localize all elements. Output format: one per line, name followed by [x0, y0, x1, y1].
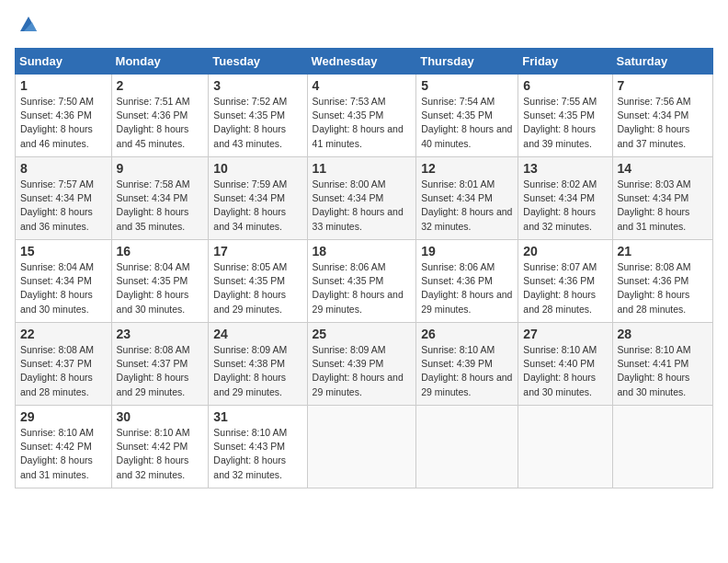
day-number: 18	[313, 244, 412, 259]
day-info: Sunrise: 8:02 AMSunset: 4:34 PMDaylight:…	[523, 178, 607, 234]
day-cell: 28 Sunrise: 8:10 AMSunset: 4:41 PMDaylig…	[612, 323, 712, 406]
day-info: Sunrise: 7:54 AMSunset: 4:35 PMDaylight:…	[421, 95, 513, 151]
day-cell: 11 Sunrise: 8:00 AMSunset: 4:34 PMDaylig…	[307, 157, 416, 240]
day-number: 11	[313, 161, 412, 176]
day-cell: 19 Sunrise: 8:06 AMSunset: 4:36 PMDaylig…	[416, 240, 518, 323]
header-cell-wednesday: Wednesday	[307, 49, 416, 75]
day-number: 2	[117, 78, 204, 93]
day-cell: 8 Sunrise: 7:57 AMSunset: 4:34 PMDayligh…	[16, 157, 112, 240]
day-cell: 15 Sunrise: 8:04 AMSunset: 4:34 PMDaylig…	[16, 240, 112, 323]
day-info: Sunrise: 8:10 AMSunset: 4:40 PMDaylight:…	[523, 343, 607, 399]
day-cell	[416, 406, 518, 488]
calendar-table: SundayMondayTuesdayWednesdayThursdayFrid…	[15, 48, 713, 488]
day-info: Sunrise: 8:10 AMSunset: 4:42 PMDaylight:…	[117, 426, 204, 482]
day-number: 16	[117, 244, 204, 259]
day-info: Sunrise: 7:57 AMSunset: 4:34 PMDaylight:…	[20, 178, 107, 234]
header-row: SundayMondayTuesdayWednesdayThursdayFrid…	[16, 49, 713, 75]
day-cell: 10 Sunrise: 7:59 AMSunset: 4:34 PMDaylig…	[209, 157, 307, 240]
day-number: 1	[20, 78, 107, 93]
day-number: 13	[523, 161, 607, 176]
week-row-1: 1 Sunrise: 7:50 AMSunset: 4:36 PMDayligh…	[16, 75, 713, 157]
day-info: Sunrise: 8:10 AMSunset: 4:41 PMDaylight:…	[618, 343, 708, 399]
day-info: Sunrise: 8:03 AMSunset: 4:34 PMDaylight:…	[618, 178, 708, 234]
day-number: 21	[618, 244, 708, 259]
day-number: 19	[421, 244, 513, 259]
day-number: 27	[523, 327, 607, 341]
day-info: Sunrise: 7:59 AMSunset: 4:34 PMDaylight:…	[213, 178, 301, 234]
day-cell: 26 Sunrise: 8:10 AMSunset: 4:39 PMDaylig…	[416, 323, 518, 406]
header-cell-thursday: Thursday	[416, 49, 518, 75]
day-info: Sunrise: 8:01 AMSunset: 4:34 PMDaylight:…	[421, 178, 513, 234]
day-cell: 1 Sunrise: 7:50 AMSunset: 4:36 PMDayligh…	[16, 75, 112, 157]
day-number: 9	[117, 161, 204, 176]
day-info: Sunrise: 8:09 AMSunset: 4:39 PMDaylight:…	[313, 343, 412, 399]
day-number: 10	[213, 161, 301, 176]
header-cell-friday: Friday	[518, 49, 612, 75]
day-cell: 16 Sunrise: 8:04 AMSunset: 4:35 PMDaylig…	[111, 240, 209, 323]
day-number: 22	[20, 327, 107, 341]
week-row-3: 15 Sunrise: 8:04 AMSunset: 4:34 PMDaylig…	[16, 240, 713, 323]
day-number: 28	[618, 327, 708, 341]
day-cell: 12 Sunrise: 8:01 AMSunset: 4:34 PMDaylig…	[416, 157, 518, 240]
day-info: Sunrise: 7:56 AMSunset: 4:34 PMDaylight:…	[618, 95, 708, 151]
day-cell: 21 Sunrise: 8:08 AMSunset: 4:36 PMDaylig…	[612, 240, 712, 323]
day-cell: 18 Sunrise: 8:06 AMSunset: 4:35 PMDaylig…	[307, 240, 416, 323]
week-row-5: 29 Sunrise: 8:10 AMSunset: 4:42 PMDaylig…	[16, 406, 713, 488]
day-cell: 22 Sunrise: 8:08 AMSunset: 4:37 PMDaylig…	[16, 323, 112, 406]
day-cell: 29 Sunrise: 8:10 AMSunset: 4:42 PMDaylig…	[16, 406, 112, 488]
day-cell	[518, 406, 612, 488]
week-row-2: 8 Sunrise: 7:57 AMSunset: 4:34 PMDayligh…	[16, 157, 713, 240]
header-cell-sunday: Sunday	[16, 49, 112, 75]
day-info: Sunrise: 8:04 AMSunset: 4:35 PMDaylight:…	[117, 260, 204, 316]
day-info: Sunrise: 8:08 AMSunset: 4:37 PMDaylight:…	[117, 343, 204, 399]
day-info: Sunrise: 8:06 AMSunset: 4:36 PMDaylight:…	[421, 260, 513, 316]
day-info: Sunrise: 7:51 AMSunset: 4:36 PMDaylight:…	[117, 95, 204, 151]
day-cell: 2 Sunrise: 7:51 AMSunset: 4:36 PMDayligh…	[111, 75, 209, 157]
day-cell: 17 Sunrise: 8:05 AMSunset: 4:35 PMDaylig…	[209, 240, 307, 323]
day-info: Sunrise: 8:04 AMSunset: 4:34 PMDaylight:…	[20, 260, 107, 316]
day-cell: 6 Sunrise: 7:55 AMSunset: 4:35 PMDayligh…	[518, 75, 612, 157]
day-number: 29	[20, 409, 107, 424]
day-cell: 24 Sunrise: 8:09 AMSunset: 4:38 PMDaylig…	[209, 323, 307, 406]
day-cell: 27 Sunrise: 8:10 AMSunset: 4:40 PMDaylig…	[518, 323, 612, 406]
day-cell: 20 Sunrise: 8:07 AMSunset: 4:36 PMDaylig…	[518, 240, 612, 323]
day-cell: 23 Sunrise: 8:08 AMSunset: 4:37 PMDaylig…	[111, 323, 209, 406]
day-info: Sunrise: 8:09 AMSunset: 4:38 PMDaylight:…	[213, 343, 301, 399]
day-number: 15	[20, 244, 107, 259]
day-info: Sunrise: 8:06 AMSunset: 4:35 PMDaylight:…	[313, 260, 412, 316]
day-cell	[612, 406, 712, 488]
day-number: 20	[523, 244, 607, 259]
day-cell	[307, 406, 416, 488]
day-info: Sunrise: 8:10 AMSunset: 4:42 PMDaylight:…	[20, 426, 107, 482]
day-cell: 31 Sunrise: 8:10 AMSunset: 4:43 PMDaylig…	[209, 406, 307, 488]
day-number: 5	[421, 78, 513, 93]
day-info: Sunrise: 8:10 AMSunset: 4:39 PMDaylight:…	[421, 343, 513, 399]
day-number: 14	[618, 161, 708, 176]
day-number: 30	[117, 409, 204, 424]
day-cell: 5 Sunrise: 7:54 AMSunset: 4:35 PMDayligh…	[416, 75, 518, 157]
day-cell: 3 Sunrise: 7:52 AMSunset: 4:35 PMDayligh…	[209, 75, 307, 157]
day-info: Sunrise: 7:58 AMSunset: 4:34 PMDaylight:…	[117, 178, 204, 234]
header	[15, 15, 713, 39]
day-number: 24	[213, 327, 301, 341]
day-cell: 25 Sunrise: 8:09 AMSunset: 4:39 PMDaylig…	[307, 323, 416, 406]
day-number: 17	[213, 244, 301, 259]
day-info: Sunrise: 8:08 AMSunset: 4:37 PMDaylight:…	[20, 343, 107, 399]
day-cell: 13 Sunrise: 8:02 AMSunset: 4:34 PMDaylig…	[518, 157, 612, 240]
logo	[15, 15, 39, 39]
day-info: Sunrise: 7:53 AMSunset: 4:35 PMDaylight:…	[313, 95, 412, 151]
day-number: 25	[313, 327, 412, 341]
day-number: 3	[213, 78, 301, 93]
header-cell-monday: Monday	[111, 49, 209, 75]
day-info: Sunrise: 7:50 AMSunset: 4:36 PMDaylight:…	[20, 95, 107, 151]
logo-icon	[18, 15, 39, 39]
day-number: 26	[421, 327, 513, 341]
day-info: Sunrise: 8:08 AMSunset: 4:36 PMDaylight:…	[618, 260, 708, 316]
day-cell: 4 Sunrise: 7:53 AMSunset: 4:35 PMDayligh…	[307, 75, 416, 157]
week-row-4: 22 Sunrise: 8:08 AMSunset: 4:37 PMDaylig…	[16, 323, 713, 406]
day-number: 7	[618, 78, 708, 93]
day-info: Sunrise: 8:10 AMSunset: 4:43 PMDaylight:…	[213, 426, 301, 482]
day-info: Sunrise: 7:55 AMSunset: 4:35 PMDaylight:…	[523, 95, 607, 151]
day-cell: 7 Sunrise: 7:56 AMSunset: 4:34 PMDayligh…	[612, 75, 712, 157]
header-cell-saturday: Saturday	[612, 49, 712, 75]
